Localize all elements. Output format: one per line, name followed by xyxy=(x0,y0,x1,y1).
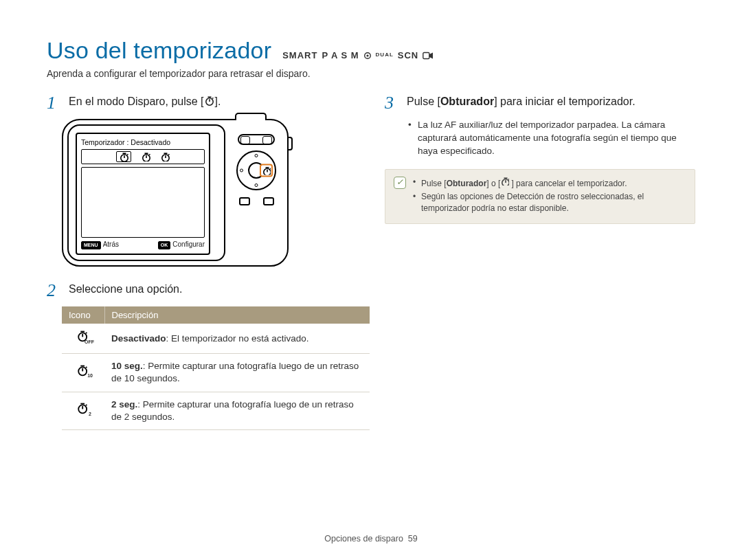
dpad xyxy=(236,150,276,190)
lcd-ok: OKConfigurar xyxy=(158,240,205,249)
lcd-opt-off-selected xyxy=(116,151,131,162)
tip-line: Pulse [Obturador] o [] para cancelar el … xyxy=(413,177,686,190)
step-3-text: Pulse [Obturador] para iniciar el tempor… xyxy=(407,94,636,112)
mode-dual: DUAL xyxy=(376,52,394,58)
mode-smart: SMART xyxy=(282,50,317,60)
camera-lcd: Temporizador : Desactivado MENUAtrás OKC… xyxy=(76,133,210,255)
timer-icon xyxy=(500,177,511,188)
lcd-title: Temporizador : Desactivado xyxy=(81,138,205,146)
lcd-footer: MENUAtrás OKConfigurar xyxy=(81,240,205,249)
lcd-back: MENUAtrás xyxy=(81,240,119,249)
zoom-rocker xyxy=(238,134,275,145)
tip-box: ✓ Pulse [Obturador] o [] para cancelar e… xyxy=(385,169,695,224)
svg-point-5 xyxy=(366,54,368,56)
note-icon: ✓ xyxy=(394,177,406,189)
step-2: 2 Seleccione una opción. xyxy=(47,282,357,300)
lcd-option-bar xyxy=(81,149,205,164)
step-number: 2 xyxy=(47,282,62,300)
step-3-details: La luz AF auxiliar/luz del temporizador … xyxy=(408,119,695,158)
row-icon-2: 2 xyxy=(62,392,104,429)
step-1: 1 En el modo Disparo, pulse []. xyxy=(47,94,357,112)
page-subtitle: Aprenda a configurar el temporizador par… xyxy=(47,68,695,79)
th-icon: Icono xyxy=(62,306,104,324)
mode-scn: SCN xyxy=(398,50,418,60)
row-icon-10: 10 xyxy=(62,354,104,392)
row-icon-off: OFF xyxy=(62,324,104,354)
camera-illustration: Temporizador : Desactivado MENUAtrás OKC… xyxy=(62,119,289,267)
detail-bullet: La luz AF auxiliar/luz del temporizador … xyxy=(408,119,695,158)
step-2-text: Seleccione una opción. xyxy=(69,282,182,300)
step-3: 3 Pulse [Obturador] para iniciar el temp… xyxy=(385,94,695,112)
camera-shutter xyxy=(235,113,267,120)
step-1-text: En el modo Disparo, pulse []. xyxy=(69,94,221,112)
table-row: 10 10 seg.: Permite capturar una fotogra… xyxy=(62,354,370,392)
table-row: OFF Desactivado: El temporizador no está… xyxy=(62,324,370,354)
aperture-icon xyxy=(363,52,372,60)
mode-strip: SMART P A S M DUAL SCN xyxy=(282,50,434,60)
page-footer: Opciones de disparo 59 xyxy=(0,534,742,544)
options-table: Icono Descripción OFF Desactivado: El te… xyxy=(62,306,370,430)
camera-strap xyxy=(287,137,293,150)
row-desc: 10 seg.: Permite capturar una fotografía… xyxy=(104,354,370,392)
lcd-opt-10 xyxy=(141,152,150,161)
dpad-right-timer-highlight xyxy=(260,164,273,177)
aux-buttons xyxy=(232,197,280,205)
row-desc: 2 seg.: Permite capturar una fotografía … xyxy=(104,392,370,429)
mode-letters: P A S M xyxy=(322,50,359,60)
table-row: 2 2 seg.: Permite capturar una fotografí… xyxy=(62,392,370,429)
svg-rect-6 xyxy=(423,52,429,58)
page-title: Uso del temporizador xyxy=(47,37,271,64)
movie-icon xyxy=(423,52,434,60)
step-number: 1 xyxy=(47,94,62,112)
row-desc: Desactivado: El temporizador no está act… xyxy=(104,324,370,354)
left-column: 1 En el modo Disparo, pulse []. Temporiz… xyxy=(47,94,357,430)
camera-controls xyxy=(232,134,280,253)
timer-icon xyxy=(204,96,215,107)
timer-icon xyxy=(262,166,271,175)
tip-line: Según las opciones de Detección de rostr… xyxy=(413,191,686,215)
step-number: 3 xyxy=(385,94,400,112)
lcd-preview xyxy=(81,167,205,238)
right-column: 3 Pulse [Obturador] para iniciar el temp… xyxy=(385,94,695,430)
lcd-opt-2 xyxy=(160,152,170,161)
th-desc: Descripción xyxy=(104,306,370,324)
page-header: Uso del temporizador SMART P A S M DUAL … xyxy=(47,37,695,64)
